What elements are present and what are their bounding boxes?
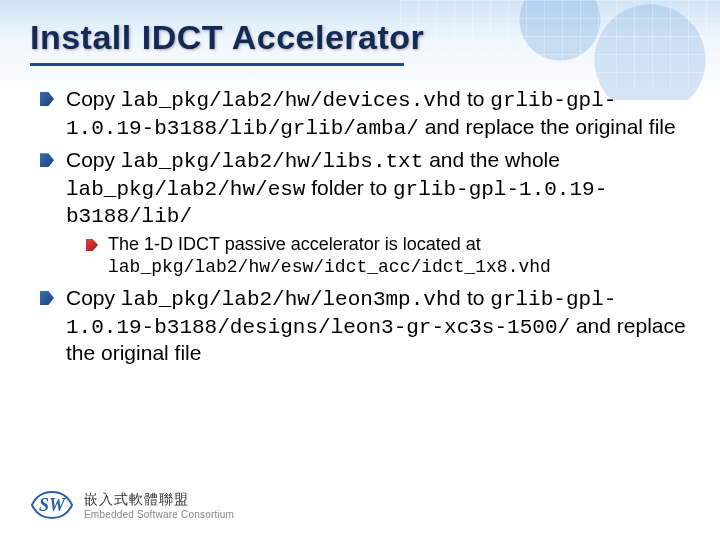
text: The 1-D IDCT passive accelerator is loca… [108,234,481,254]
list-item: The 1-D IDCT passive accelerator is loca… [84,234,690,279]
title-underline [30,63,404,66]
code-path: lab_pkg/lab2/hw/libs.txt [121,150,423,173]
page-title: Install IDCT Accelerator [30,18,690,57]
list-item: Copy lab_pkg/lab2/hw/libs.txt and the wh… [38,147,690,279]
svg-text:SW: SW [39,495,67,515]
text: Copy [66,148,121,171]
text: and the whole [423,148,560,171]
footer: SW 嵌入式軟體聯盟 Embedded Software Consortium [30,488,234,522]
text: Copy [66,286,121,309]
logo-text-cn: 嵌入式軟體聯盟 [84,491,234,509]
list-item: Copy lab_pkg/lab2/hw/leon3mp.vhd to grli… [38,285,690,366]
text: to [461,286,490,309]
code-path: lab_pkg/lab2/hw/leon3mp.vhd [121,288,461,311]
text: folder to [305,176,393,199]
text: Copy [66,87,121,110]
text: and replace the original file [419,115,676,138]
text: to [461,87,490,110]
sub-bullet-list: The 1-D IDCT passive accelerator is loca… [66,234,690,279]
logo-text: 嵌入式軟體聯盟 Embedded Software Consortium [84,491,234,520]
bullet-list: Copy lab_pkg/lab2/hw/devices.vhd to grli… [30,86,690,366]
logo-text-en: Embedded Software Consortium [84,509,234,520]
code-path: lab_pkg/lab2/hw/devices.vhd [121,89,461,112]
slide: Install IDCT Accelerator Copy lab_pkg/la… [0,0,720,540]
logo-icon: SW [30,488,74,522]
list-item: Copy lab_pkg/lab2/hw/devices.vhd to grli… [38,86,690,141]
code-path: lab_pkg/lab2/hw/esw/idct_acc/idct_1x8.vh… [108,257,551,277]
code-path: lab_pkg/lab2/hw/esw [66,178,305,201]
